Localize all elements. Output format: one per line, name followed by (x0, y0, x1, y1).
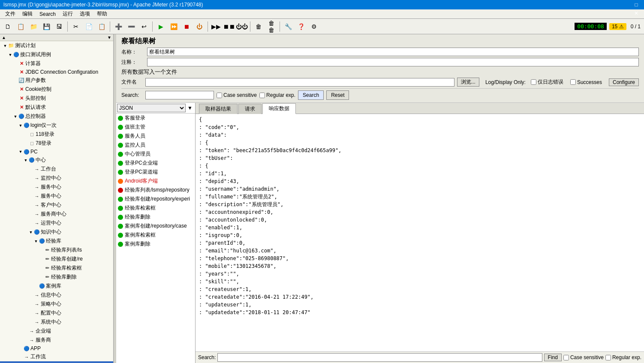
expand-test-plan[interactable]: ▼ (3, 43, 8, 48)
shutdown-button[interactable]: ⏻ (193, 21, 205, 33)
result-tree-item-14[interactable]: 案例库删除 (116, 240, 195, 249)
sidebar-item-system[interactable]: ▶ → 系统中心 (0, 318, 113, 327)
sidebar-item-jdbc[interactable]: ▶ ✕ JDBC Connection Configuration (0, 68, 113, 76)
menu-help[interactable]: 帮助 (93, 9, 111, 18)
result-tree-item-2[interactable]: 服务人员 (116, 132, 195, 141)
configure-button[interactable]: Configure (609, 78, 639, 86)
paste-button[interactable]: 📋 (96, 21, 108, 33)
expand-button[interactable]: ➕ (112, 21, 124, 33)
settings-button[interactable]: ⚙ (308, 21, 320, 33)
sidebar-item-default-request[interactable]: ▶ ✕ 默认请求 (0, 103, 113, 112)
sidebar-item-calculator[interactable]: ▶ ✕ 计算器 (0, 59, 113, 68)
sidebar-item-experience-db[interactable]: ▼ 🔵 经验库 (0, 237, 113, 246)
search-button[interactable]: Search (298, 90, 324, 100)
sidebar-item-exp-list[interactable]: ▶ ✏ 经验库列表/ls (0, 246, 113, 255)
case-sensitive-check[interactable]: Case sensitive (217, 92, 257, 98)
expand-login-once[interactable]: ▼ (18, 123, 23, 128)
sidebar-item-78login[interactable]: ▶ ◻ 78登录 (0, 139, 113, 148)
copy-button[interactable]: 📄 (83, 21, 95, 33)
tab-sampler-result[interactable]: 取样器结果 (199, 104, 238, 114)
sidebar-item-operations[interactable]: ▶ → 运营中心 (0, 219, 113, 228)
sidebar-item-service-prov[interactable]: ▶ → 服务商 (0, 336, 113, 345)
templates-button[interactable]: 📋 (15, 21, 27, 33)
case-sensitive-checkbox[interactable] (217, 93, 222, 98)
sidebar-item-workflow[interactable]: ▶ → 工作流 (0, 352, 113, 361)
name-input[interactable] (147, 48, 639, 56)
result-tree-item-4[interactable]: 中心管理员 (116, 150, 195, 159)
result-tree-item-5[interactable]: 登录PC企业端 (116, 159, 195, 168)
sidebar-item-service-center[interactable]: ▶ → 服务中心 (0, 183, 113, 192)
successes-checkbox[interactable] (570, 79, 576, 85)
expand-pc[interactable]: ▼ (18, 149, 23, 154)
clear-all-button[interactable]: 🗑🗑 (265, 21, 277, 33)
errors-only-check[interactable]: 仅日志错误 (531, 78, 563, 86)
reset-button[interactable]: Reset (326, 90, 349, 100)
cut-button[interactable]: ✂ (70, 21, 82, 33)
sidebar-item-monitor-center[interactable]: ▶ → 监控中心 (0, 174, 113, 183)
bottom-search-input[interactable] (217, 353, 542, 362)
sidebar-item-app[interactable]: ▶ 🔵 APP (0, 345, 113, 352)
tab-response-data[interactable]: 响应数据 (262, 103, 296, 114)
sidebar-item-case-db[interactable]: ▶ 🔵 案例库 (0, 282, 113, 291)
sidebar-item-login-once[interactable]: ▼ 🔵 login仅一次 (0, 121, 113, 130)
remote-exit-button[interactable]: ⏻⏻ (236, 21, 248, 33)
new-button[interactable]: 🗋 (2, 21, 14, 33)
sidebar-item-info-center[interactable]: ▶ → 信息中心 (0, 291, 113, 300)
bottom-case-checkbox[interactable] (563, 355, 569, 360)
menu-run[interactable]: 运行 (59, 9, 76, 18)
start-no-pause-button[interactable]: ⏩ (168, 21, 180, 33)
result-tree-item-12[interactable]: 案例库创建/repository/case (116, 222, 195, 231)
save-as-button[interactable]: 🖫 (53, 21, 65, 33)
result-tree-item-0[interactable]: 客服登录 (116, 114, 195, 123)
clear-button[interactable]: 🗑 (253, 21, 265, 33)
regular-exp-check[interactable]: Regular exp. (259, 92, 295, 98)
sidebar-item-118login[interactable]: ▶ ◻ 118登录 (0, 130, 113, 139)
successes-check[interactable]: Successes (570, 79, 602, 85)
sidebar-item-workbench[interactable]: ▶ → 工作台 (0, 165, 113, 174)
bottom-regex-checkbox[interactable] (605, 355, 611, 360)
stop-button[interactable]: ⏹ (181, 21, 193, 33)
maximize-button[interactable]: □ (632, 0, 641, 9)
sidebar-item-interface-test[interactable]: ▼ 🔵 接口测试用例 (0, 50, 113, 59)
sidebar-item-center[interactable]: ▼ 🔵 中心 (0, 156, 113, 165)
errors-only-checkbox[interactable] (531, 79, 536, 85)
bottom-case-sensitive[interactable]: Case sensitive (563, 354, 604, 360)
menu-search[interactable]: Search (36, 10, 59, 18)
browse-button[interactable]: 浏览... (457, 78, 479, 87)
sidebar-item-header[interactable]: ▶ ✕ 头部控制 (0, 94, 113, 103)
remote-start-button[interactable]: ▶▶ (210, 21, 222, 33)
expand-knowledge[interactable]: ▼ (28, 230, 33, 235)
expand-center[interactable]: ▼ (23, 158, 28, 163)
function-helper-button[interactable]: 🔧 (282, 21, 294, 33)
sidebar-item-test-plan[interactable]: ▼ 📁 测试计划 (0, 41, 113, 50)
sidebar-item-monitor-staff[interactable]: ▶ → 服务中心 (0, 192, 113, 201)
close-button[interactable]: ✕ (632, 9, 641, 18)
expand-main-controller[interactable]: ▼ (13, 114, 18, 119)
expand-interface-test[interactable]: ▼ (8, 52, 13, 57)
result-tree-item-8[interactable]: 经验库列表/lsmsp/repository (116, 186, 195, 195)
sidebar-down-arrow[interactable]: ▼ (107, 35, 111, 40)
expand-format-btn[interactable]: ▼ (186, 105, 194, 111)
result-tree-item-1[interactable]: 值班主管 (116, 123, 195, 132)
sidebar-item-service-provider[interactable]: ▶ → 服务商中心 (0, 210, 113, 219)
sidebar-item-config[interactable]: ▶ → 配置中心 (0, 309, 113, 318)
menu-options[interactable]: 选项 (76, 9, 93, 18)
menu-file[interactable]: 文件 (2, 9, 19, 18)
save-button[interactable]: 💾 (40, 21, 52, 33)
sidebar-item-pc[interactable]: ▼ 🔵 PC (0, 148, 113, 156)
result-tree-item-3[interactable]: 监控人员 (116, 141, 195, 150)
result-tree-item-6[interactable]: 登录PC渠道端 (116, 168, 195, 177)
result-tree-item-9[interactable]: 经验库创建/repository/experi (116, 195, 195, 204)
tab-request[interactable]: 请求 (238, 104, 262, 114)
sidebar-item-customer-center[interactable]: ▶ → 客户中心 (0, 201, 113, 210)
bottom-regular-exp[interactable]: Regular exp. (605, 354, 641, 360)
expand-experience-db[interactable]: ▼ (33, 239, 39, 244)
sidebar-item-user-params[interactable]: ▶ 🔄 用户参数 (0, 76, 113, 85)
start-button[interactable]: ▶ (155, 21, 167, 33)
regular-exp-checkbox[interactable] (259, 93, 265, 98)
sidebar-item-enterprise[interactable]: ▶ → 企业端 (0, 327, 113, 336)
remote-stop-button[interactable]: ⏹⏹ (223, 21, 235, 33)
menu-edit[interactable]: 编辑 (19, 9, 36, 18)
help-button[interactable]: ❓ (295, 21, 307, 33)
sidebar-item-cookie[interactable]: ▶ ✕ Cookie控制 (0, 85, 113, 94)
